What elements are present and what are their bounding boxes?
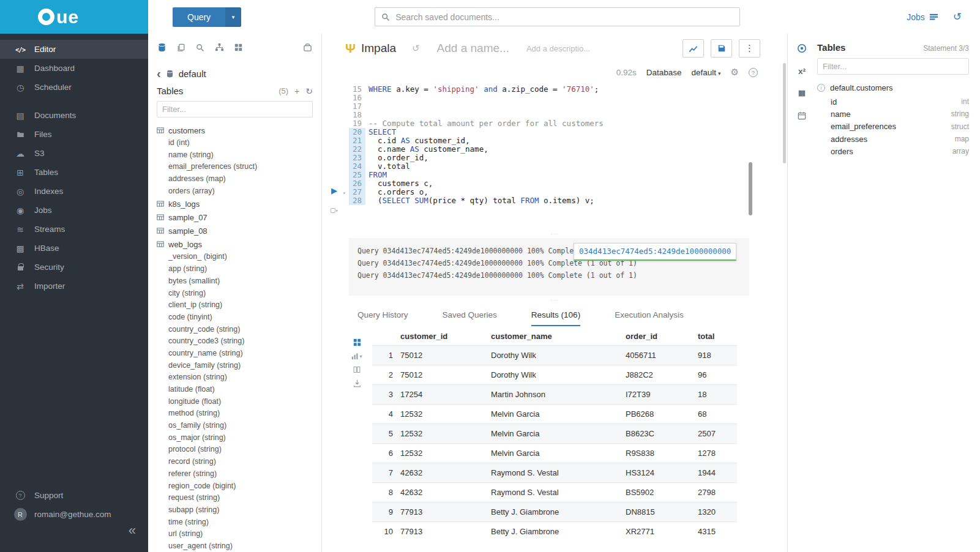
columns-view-icon[interactable]	[353, 366, 361, 373]
active-table-row[interactable]: default.customers	[817, 81, 969, 94]
assist-column[interactable]: _version_ (bigint)	[157, 251, 321, 263]
run-options-caret-icon[interactable]: ▾	[343, 190, 346, 196]
assist-column[interactable]: protocol (string)	[157, 444, 321, 456]
database-select[interactable]: default▾	[691, 68, 720, 77]
assist-column[interactable]: extension (string)	[157, 371, 321, 384]
assist-table-k8s-logs[interactable]: k8s_logs	[157, 197, 321, 211]
nav-item-tables[interactable]: ⊞Tables	[0, 163, 148, 182]
right-column-addresses[interactable]: addressesmap	[831, 133, 969, 145]
assist-column[interactable]: bytes (smallint)	[157, 275, 321, 288]
table-row[interactable]: 742632Raymond S. VestalHS31241944	[372, 463, 737, 483]
editor-scrollbar[interactable]	[749, 162, 752, 215]
collapse-sidebar-icon[interactable]: «	[129, 524, 136, 537]
search-input[interactable]	[395, 12, 733, 22]
code-line[interactable]	[368, 94, 787, 102]
job-id-tooltip[interactable]: 034d413ec7474ed5:4249de1000000000	[574, 243, 736, 261]
query-dropdown-caret-icon[interactable]: ▾	[225, 7, 241, 27]
settings-gear-icon[interactable]: ⚙	[731, 67, 739, 78]
assist-column[interactable]: addresses (map)	[157, 173, 321, 185]
apps-grid-icon[interactable]	[234, 43, 242, 51]
code-line[interactable]: FROM	[368, 171, 787, 179]
panel-scrollbar[interactable]	[783, 63, 786, 163]
help-icon[interactable]	[749, 68, 758, 77]
assist-column[interactable]: country_code (string)	[157, 324, 321, 336]
assist-column[interactable]: url (string)	[157, 528, 321, 540]
assist-column[interactable]: country_name (string)	[157, 348, 321, 360]
documents-copy-icon[interactable]	[177, 43, 185, 52]
code-line[interactable]: customers c,	[368, 179, 787, 188]
assist-table-web-logs[interactable]: web_logs	[157, 237, 321, 251]
assist-filter-input[interactable]	[157, 101, 313, 117]
global-search[interactable]	[375, 7, 740, 26]
chart-button[interactable]	[683, 39, 704, 58]
results-column-header[interactable]: order_id	[622, 326, 694, 346]
results-column-header[interactable]: customer_id	[397, 326, 487, 346]
nav-item-scheduler[interactable]: ◷Scheduler	[0, 78, 148, 97]
assist-column[interactable]: region_code (bigint)	[157, 480, 321, 493]
table-row[interactable]: 275012Dorothy WilkJ882C296	[372, 365, 737, 385]
databases-icon[interactable]	[157, 43, 166, 52]
query-history-icon[interactable]: ↺	[953, 10, 962, 23]
code-line[interactable]	[368, 111, 787, 119]
table-row[interactable]: 175012Dorothy Wilk4056711918	[372, 346, 737, 365]
assist-column[interactable]: city (string)	[157, 288, 321, 300]
refresh-tables-icon[interactable]: ↻	[305, 86, 313, 96]
table-row[interactable]: 317254Martin JohnsonI72T3918	[372, 385, 737, 405]
assist-column[interactable]: os_family (string)	[157, 420, 321, 432]
assist-column[interactable]: latitude (float)	[157, 384, 321, 396]
current-database[interactable]: default	[179, 69, 206, 79]
sql-editor[interactable]: ▶ ▾ ▢▾ 1516171819202122232425262728 WHER…	[322, 81, 787, 229]
assist-column[interactable]: longitude (float)	[157, 396, 321, 408]
results-column-header[interactable]: customer_name	[487, 326, 622, 346]
code-line[interactable]: WHERE a.key = 'shipping' and a.zip_code …	[368, 85, 787, 94]
assist-column[interactable]: client_ip (string)	[157, 299, 321, 311]
assist-column[interactable]: subapp (string)	[157, 504, 321, 517]
tab-execution-analysis[interactable]: Execution Analysis	[615, 310, 684, 326]
assist-column[interactable]: referer (string)	[157, 468, 321, 480]
language-reference-icon[interactable]	[798, 89, 806, 98]
table-row[interactable]: 842632Raymond S. VestalBS59022798	[372, 483, 737, 502]
nav-item-security[interactable]: Security	[0, 258, 148, 277]
back-chevron-icon[interactable]: ‹	[157, 67, 161, 80]
editor-code-lines[interactable]: WHERE a.key = 'shipping' and a.zip_code …	[365, 81, 787, 229]
nav-item-support[interactable]: Support	[0, 486, 148, 505]
assist-table-sample-07[interactable]: sample_07	[157, 211, 321, 224]
assist-column[interactable]: user_agent (string)	[157, 540, 321, 552]
code-line[interactable]: o.order_id,	[368, 154, 787, 162]
nav-item-editor[interactable]: </>Editor	[0, 40, 148, 59]
run-query-button[interactable]: ▶	[331, 185, 337, 196]
assist-column[interactable]: os_major (string)	[157, 432, 321, 444]
assist-column[interactable]: code (tinyint)	[157, 311, 321, 324]
assist-column[interactable]: device_family (string)	[157, 360, 321, 372]
jobs-link[interactable]: Jobs	[907, 12, 938, 22]
results-column-header[interactable]: total	[694, 326, 737, 346]
right-column-email-preferences[interactable]: email_preferencesstruct	[831, 121, 969, 133]
table-row[interactable]: 412532Melvin GarciaPB626868	[372, 405, 737, 424]
nav-item-s3[interactable]: ☁S3	[0, 144, 148, 163]
log-results-splitter[interactable]	[322, 296, 787, 304]
assist-column[interactable]: app (string)	[157, 263, 321, 275]
assist-column[interactable]: name (string)	[157, 149, 321, 162]
briefcase-icon[interactable]	[303, 43, 312, 52]
assist-column[interactable]: record (string)	[157, 456, 321, 468]
assist-table-customers[interactable]: customers	[157, 124, 321, 137]
editor-assistant-icon[interactable]	[797, 43, 807, 53]
query-name-field[interactable]: Add a name...	[437, 42, 509, 55]
table-row[interactable]: 977913Betty J. GiambroneDN88151320	[372, 502, 737, 522]
assist-column[interactable]: time (string)	[157, 517, 321, 529]
assist-column[interactable]: id (int)	[157, 137, 321, 149]
right-column-orders[interactable]: ordersarray	[831, 145, 969, 157]
right-column-name[interactable]: namestring	[831, 108, 969, 120]
nav-item-streams[interactable]: ≋Streams	[0, 220, 148, 239]
hue-logo[interactable]: ue	[0, 0, 148, 34]
editor-format-button[interactable]: ▢▾	[331, 205, 339, 214]
nav-item-user[interactable]: R romain@gethue.com	[0, 505, 148, 524]
grid-view-icon[interactable]	[353, 338, 361, 346]
functions-icon[interactable]: x²	[798, 67, 806, 76]
code-line[interactable]	[368, 102, 787, 111]
table-row[interactable]: 512532Melvin GarciaB8623C2507	[372, 424, 737, 444]
code-line[interactable]: -- Compute total amount per order for al…	[368, 119, 787, 128]
more-options-button[interactable]: ⋮	[739, 39, 760, 58]
code-line[interactable]: SELECT	[368, 128, 787, 136]
assist-search-icon[interactable]	[196, 43, 204, 52]
